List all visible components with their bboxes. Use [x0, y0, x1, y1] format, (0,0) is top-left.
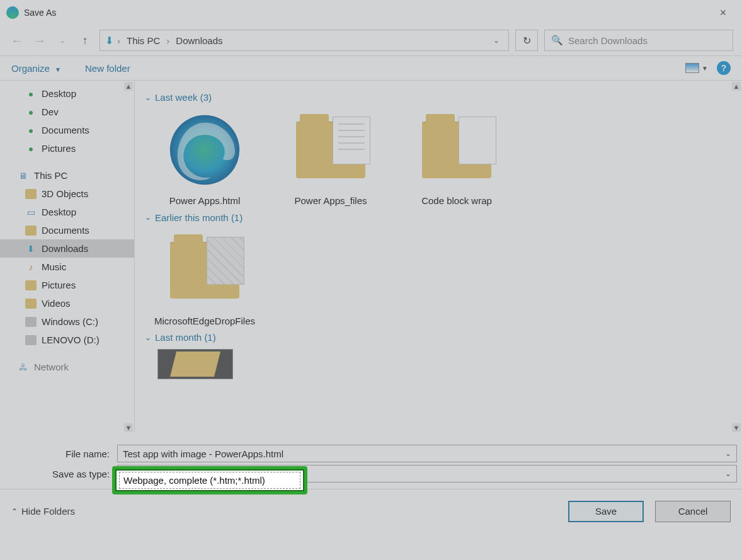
address-bar[interactable]: ⬇ › This PC › Downloads ⌄ [100, 30, 509, 51]
download-icon: ⬇ [25, 244, 37, 254]
help-button[interactable]: ? [717, 61, 731, 75]
tree-item-this-pc[interactable]: 🖥This PC [0, 166, 134, 185]
file-name-label: File name: [5, 449, 117, 459]
chevron-right-icon: › [166, 35, 169, 46]
sync-icon: ● [25, 107, 37, 117]
tree-item-documents-quick[interactable]: ●Documents [0, 121, 134, 139]
tree-item-documents[interactable]: Documents [0, 221, 134, 239]
address-history-chevron[interactable]: ⌄ [489, 36, 503, 45]
videos-icon [25, 299, 37, 309]
drive-icon [25, 335, 37, 345]
hide-folders-label: Hide Folders [21, 506, 75, 517]
back-button[interactable]: ← [9, 32, 25, 49]
file-name-value: Test app with image - PowerApps.html [123, 449, 283, 459]
file-tile[interactable]: Power Apps_files [277, 109, 384, 207]
file-label: Power Apps_files [294, 195, 367, 207]
chevron-down-icon: ⌄ [145, 333, 151, 342]
chevron-up-icon: ⌃ [11, 507, 18, 516]
tree-item-windows-c[interactable]: Windows (C:) [0, 312, 134, 331]
command-bar: Organize ▼ New folder ▼ ? [0, 55, 742, 81]
hide-folders-toggle[interactable]: ⌃ Hide Folders [11, 506, 75, 517]
tree-item-music[interactable]: ♪Music [0, 258, 134, 276]
titlebar: Save As × [0, 0, 742, 25]
sync-icon: ● [25, 144, 37, 154]
tree-item-network[interactable]: 🖧Network [0, 358, 134, 376]
partial-thumb [157, 349, 233, 379]
chevron-down-icon: ⌄ [145, 213, 151, 222]
tree-item-desktop[interactable]: ▭Desktop [0, 203, 134, 221]
up-button[interactable]: ↑ [77, 32, 93, 49]
scroll-down-icon[interactable]: ▼ [732, 423, 741, 432]
close-button[interactable]: × [711, 6, 736, 20]
folder-tree[interactable]: ▲ ●Desktop ●Dev ●Documents ●Pictures 🖥Th… [0, 81, 135, 433]
breadcrumb-root[interactable]: This PC [124, 34, 163, 47]
tree-item-3dobjects[interactable]: 3D Objects [0, 185, 134, 203]
save-type-label: Save as type: [5, 469, 117, 479]
search-placeholder: Search Downloads [568, 35, 648, 46]
group-header-lastmonth[interactable]: ⌄Last month (1) [145, 332, 732, 343]
search-box[interactable]: 🔍 Search Downloads [544, 30, 733, 51]
caret-down-icon: ▼ [55, 66, 61, 73]
music-icon: ♪ [25, 262, 37, 272]
window-title: Save As [24, 8, 56, 18]
search-icon: 🔍 [551, 35, 563, 46]
save-button[interactable]: Save [568, 501, 644, 522]
chevron-down-icon: ⌄ [145, 93, 151, 102]
file-label: Code block wrap [421, 195, 492, 207]
tree-item-downloads[interactable]: ⬇Downloads [0, 239, 134, 258]
downloads-icon: ⬇ [105, 35, 113, 47]
dialog-footer: ⌃ Hide Folders Save Cancel [0, 489, 742, 533]
sync-icon: ● [25, 125, 37, 135]
tree-item-dev-quick[interactable]: ●Dev [0, 103, 134, 121]
chevron-down-icon[interactable]: ⌄ [725, 469, 731, 478]
folder-icon [25, 189, 37, 199]
tutorial-highlight: Webpage, complete (*.htm;*.html) [112, 466, 307, 494]
scroll-up-icon[interactable]: ▲ [732, 82, 741, 91]
tree-item-lenovo-d[interactable]: LENOVO (D:) [0, 331, 134, 349]
file-label: MicrosoftEdgeDropFiles [154, 315, 255, 328]
drive-icon [25, 317, 37, 327]
edge-html-icon [161, 109, 249, 191]
file-tile[interactable]: Power Apps.html [151, 109, 258, 207]
caret-down-icon: ▼ [702, 65, 708, 72]
save-type-value[interactable]: Webpage, complete (*.htm;*.html) [119, 472, 300, 489]
folder-thumb [287, 109, 375, 191]
file-tile[interactable]: MicrosoftEdgeDropFiles [151, 229, 258, 328]
tree-item-pictures[interactable]: Pictures [0, 276, 134, 294]
recent-chevron[interactable]: ⌄ [54, 32, 71, 49]
new-folder-button[interactable]: New folder [85, 63, 130, 74]
folder-thumb [161, 229, 249, 311]
tree-item-videos[interactable]: Videos [0, 294, 134, 312]
navigation-bar: ← → ⌄ ↑ ⬇ › This PC › Downloads ⌄ ↻ 🔍 Se… [0, 25, 742, 55]
file-tile[interactable] [151, 349, 239, 379]
folder-thumb [413, 109, 501, 191]
main-split: ▲ ●Desktop ●Dev ●Documents ●Pictures 🖥Th… [0, 81, 742, 433]
scroll-down-icon[interactable]: ▼ [124, 423, 133, 432]
group-header-lastweek[interactable]: ⌄Last week (3) [145, 92, 732, 103]
file-list[interactable]: ▲ ⌄Last week (3) Power Apps.html Power A… [135, 81, 742, 433]
refresh-button[interactable]: ↻ [515, 30, 538, 51]
scroll-up-icon[interactable]: ▲ [124, 82, 133, 91]
view-mode-button[interactable]: ▼ [685, 63, 708, 73]
view-icon [685, 63, 699, 73]
save-form: File name: Test app with image - PowerAp… [0, 433, 742, 489]
tree-item-pictures-quick[interactable]: ●Pictures [0, 139, 134, 157]
network-icon: 🖧 [18, 362, 29, 372]
file-tile[interactable]: Code block wrap [403, 109, 510, 207]
tree-item-desktop-quick[interactable]: ●Desktop [0, 84, 134, 103]
file-name-input[interactable]: Test app with image - PowerApps.html ⌄ [117, 445, 737, 462]
edge-icon [6, 6, 19, 19]
cancel-button[interactable]: Cancel [655, 501, 731, 522]
chevron-down-icon[interactable]: ⌄ [725, 449, 731, 458]
desktop-icon: ▭ [25, 207, 37, 217]
chevron-right-icon: › [117, 35, 120, 46]
breadcrumb-leaf[interactable]: Downloads [173, 34, 225, 47]
organize-menu[interactable]: Organize ▼ [11, 63, 61, 74]
organize-label: Organize [11, 63, 50, 74]
sync-icon: ● [25, 89, 37, 99]
file-label: Power Apps.html [169, 195, 241, 207]
forward-button[interactable]: → [31, 32, 48, 49]
group-header-earlier[interactable]: ⌄Earlier this month (1) [145, 212, 732, 223]
pictures-icon [25, 280, 37, 290]
documents-icon [25, 226, 37, 236]
